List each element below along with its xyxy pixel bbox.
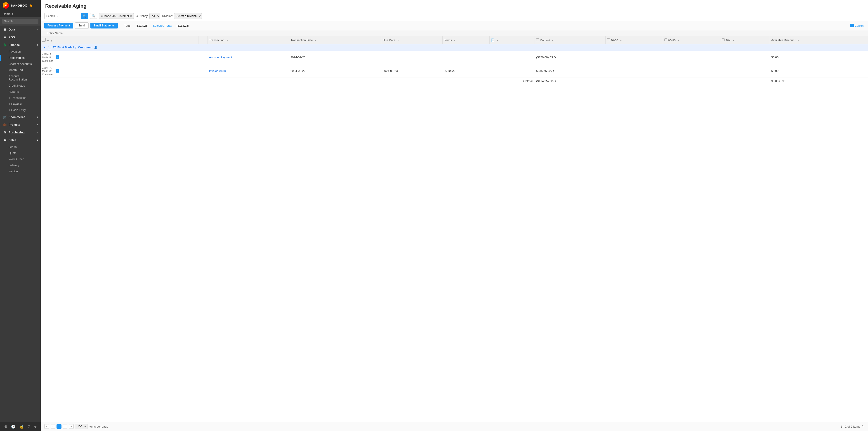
first-page-button[interactable]: « bbox=[44, 424, 49, 429]
group-checkbox[interactable] bbox=[48, 46, 51, 49]
sidebar-item-leads[interactable]: Leads bbox=[0, 144, 41, 150]
row2-checkbox[interactable]: ✓ bbox=[56, 69, 59, 72]
row1-entity-label: Z015 - A Made Up Customer bbox=[42, 53, 53, 62]
subtotal-available-discount: $0.00 CAD bbox=[770, 78, 868, 84]
row2-60-90 bbox=[663, 64, 720, 78]
sidebar-item-receivables[interactable]: Receivables bbox=[0, 55, 41, 61]
sidebar-item-projects[interactable]: 💼 Projects › bbox=[0, 121, 41, 128]
th-filter-90plus-icon[interactable]: ▼ bbox=[732, 39, 735, 42]
th-filter-transaction-date-icon[interactable]: ▼ bbox=[315, 39, 317, 41]
sidebar-item-ecommerce[interactable]: 🛒 Ecommerce › bbox=[0, 113, 41, 121]
th-filter-60-90-icon[interactable]: ▼ bbox=[677, 39, 680, 42]
group-person-icon: 👤 bbox=[94, 46, 97, 49]
sidebar-item-credit-notes[interactable]: Credit Notes bbox=[0, 83, 41, 89]
sidebar-label-ecommerce: Ecommerce bbox=[8, 115, 25, 119]
current-header-checkbox[interactable] bbox=[536, 38, 539, 41]
email-statements-button[interactable]: Email Statments bbox=[90, 23, 118, 29]
sidebar-item-transaction[interactable]: + Transaction bbox=[0, 95, 41, 101]
th-filter-30-60-icon[interactable]: ▼ bbox=[620, 39, 622, 42]
user-menu[interactable]: Demo ▼ bbox=[0, 11, 41, 17]
row1-transaction-link[interactable]: Account Payment bbox=[209, 56, 232, 59]
sidebar-item-reports[interactable]: Reports bbox=[0, 89, 41, 95]
prev-page-button[interactable]: ‹ bbox=[51, 424, 55, 429]
60-90-header-checkbox[interactable] bbox=[664, 38, 667, 41]
subtotal-60-90 bbox=[663, 78, 720, 84]
email-button[interactable]: Email bbox=[75, 22, 89, 29]
row1-blank bbox=[198, 51, 208, 64]
th-filter-due-date-icon[interactable]: ▼ bbox=[397, 39, 399, 41]
division-select[interactable]: Select a Division bbox=[174, 13, 202, 19]
group-entity-link[interactable]: Z015 - A Made Up Customer bbox=[53, 46, 92, 49]
settings-icon[interactable]: ⚙ bbox=[4, 425, 7, 429]
30-60-header-checkbox[interactable] bbox=[607, 38, 610, 41]
sidebar-item-sales[interactable]: 🏷 Sales ▾ bbox=[0, 136, 41, 144]
user-dropdown-icon: ▼ bbox=[11, 13, 14, 15]
select-all-checkbox[interactable] bbox=[42, 38, 46, 41]
sidebar-item-month-end[interactable]: Month End bbox=[0, 67, 41, 73]
sort-arrow-icon[interactable]: ↑ bbox=[44, 31, 46, 35]
th-filter-terms-icon[interactable]: ▼ bbox=[454, 39, 456, 41]
receivables-label: Receivables bbox=[8, 56, 25, 59]
logout-icon[interactable]: ➜ bbox=[34, 425, 37, 429]
sidebar-label-sales: Sales bbox=[8, 138, 16, 142]
90plus-header-checkbox[interactable] bbox=[722, 38, 725, 41]
current-page-button[interactable]: 1 bbox=[57, 424, 61, 429]
search-input[interactable] bbox=[44, 13, 81, 19]
clock-icon[interactable]: 🕐 bbox=[11, 425, 16, 429]
sidebar-item-payable[interactable]: + Payable bbox=[0, 101, 41, 107]
quote-label: Quote bbox=[8, 151, 17, 155]
sidebar-item-quote[interactable]: Quote bbox=[0, 150, 41, 156]
process-payment-button[interactable]: Process Payment bbox=[44, 23, 73, 29]
sidebar-item-purchasing[interactable]: 🛍 Purchasing › bbox=[0, 128, 41, 136]
work-order-label: Work Order bbox=[8, 157, 24, 161]
th-filter-available-discount-icon[interactable]: ▼ bbox=[797, 39, 799, 41]
search-button[interactable]: 🔍 bbox=[81, 13, 88, 19]
help-icon[interactable]: ? bbox=[28, 425, 30, 429]
sidebar-search-input[interactable] bbox=[2, 19, 38, 24]
sidebar-item-cash-entry[interactable]: + Cash Entry bbox=[0, 107, 41, 113]
sidebar-item-work-order[interactable]: Work Order bbox=[0, 156, 41, 162]
totals-section: Total: ($114.25) Selected Total: ($114.2… bbox=[124, 24, 189, 27]
row1-checkbox[interactable]: ✓ bbox=[56, 55, 59, 59]
subtotal-current: ($114.25) CAD bbox=[535, 78, 605, 84]
last-page-button[interactable]: » bbox=[69, 424, 74, 429]
pagination: « ‹ 1 › » 100 items per page 1 - 2 of 2 … bbox=[41, 422, 868, 431]
briefcase-icon: 💼 bbox=[3, 123, 7, 127]
th-filter-parent-icon[interactable]: ▼ bbox=[50, 39, 53, 42]
refresh-icon[interactable]: ↻ bbox=[862, 425, 864, 428]
th-terms-label: Terms bbox=[444, 38, 452, 42]
sidebar-item-finance[interactable]: 💲 Finance ▾ bbox=[0, 41, 41, 49]
group-collapse-button[interactable]: ▼ bbox=[43, 46, 46, 49]
next-page-button[interactable]: › bbox=[63, 424, 67, 429]
th-select-all: ✉ ▼ bbox=[41, 36, 54, 44]
lock-icon[interactable]: 🔒 bbox=[20, 425, 24, 429]
leads-label: Leads bbox=[8, 145, 17, 149]
row2-transaction-link[interactable]: Invoice #188 bbox=[209, 69, 226, 72]
entity-chip-remove-button[interactable]: × bbox=[130, 14, 132, 18]
filter-button[interactable]: 🔍 bbox=[90, 13, 97, 19]
sidebar-item-delivery[interactable]: Delivery bbox=[0, 162, 41, 168]
th-email-icon: ✉ bbox=[46, 39, 49, 42]
chevron-down-finance-icon: ▾ bbox=[37, 44, 38, 46]
th-filter-doc-icon[interactable]: ▼ bbox=[496, 39, 499, 41]
sidebar-item-data[interactable]: ⊞ Data › bbox=[0, 26, 41, 33]
row1-due-date bbox=[381, 51, 442, 64]
sidebar-item-payables[interactable]: Payables bbox=[0, 49, 41, 55]
items-per-page-select[interactable]: 100 bbox=[75, 424, 88, 429]
sidebar-label-pos: POS bbox=[8, 35, 15, 39]
sidebar-item-invoice[interactable]: Invoice bbox=[0, 168, 41, 174]
sidebar-item-pos[interactable]: 🖥 POS bbox=[0, 33, 41, 41]
th-30-60: 30-60 ▼ bbox=[605, 36, 663, 44]
th-filter-transaction-icon[interactable]: ▼ bbox=[226, 39, 228, 41]
app-name: SANDBOX bbox=[11, 4, 27, 7]
item-count-label: 1 - 2 of 2 Items bbox=[841, 425, 860, 428]
row2-30-60 bbox=[605, 64, 663, 78]
currency-select[interactable]: All bbox=[149, 13, 160, 19]
sidebar-item-account-reconciliation[interactable]: Account Reconciliation bbox=[0, 73, 41, 83]
th-filter-current-icon[interactable]: ▼ bbox=[552, 39, 554, 42]
table-container: ✉ ▼ Transaction ▼ Transaction Date ▼ Due bbox=[41, 36, 868, 422]
table-row: Z015 - A Made Up Customer ✓ Invoice #188… bbox=[41, 64, 868, 78]
total-value: ($114.25) bbox=[136, 24, 149, 27]
current-checkbox[interactable]: ✓ bbox=[850, 24, 854, 27]
sidebar-item-chart-of-accounts[interactable]: Chart of Accounts bbox=[0, 61, 41, 67]
